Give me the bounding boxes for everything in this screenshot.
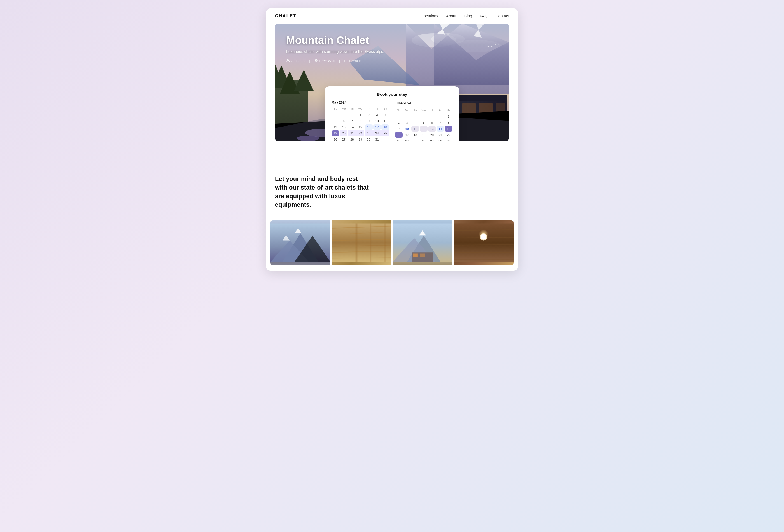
may-day-20[interactable]: 20 xyxy=(340,131,348,136)
june-empty xyxy=(395,114,403,119)
hero-subtitle: Luxurious chalet with stunning views int… xyxy=(286,49,384,54)
june-calendar: June 2024 › Su Mo Tu We Th Fr Sa xyxy=(395,101,452,141)
june-empty xyxy=(428,114,436,119)
hero-title: Mountain Chalet xyxy=(286,35,384,47)
may-day-25[interactable]: 25 xyxy=(381,131,389,136)
june-day-21[interactable]: 21 xyxy=(437,132,444,138)
svg-rect-42 xyxy=(356,224,358,262)
svg-point-60 xyxy=(481,234,487,240)
may-day-3[interactable]: 3 xyxy=(373,112,381,118)
photo-dark-wood-placeholder xyxy=(454,220,513,265)
june-day-28[interactable]: 28 xyxy=(437,138,444,141)
june-day-5[interactable]: 5 xyxy=(420,120,427,125)
svg-rect-50 xyxy=(413,254,418,257)
may-day-10[interactable]: 10 xyxy=(373,118,381,124)
may-day-27[interactable]: 27 xyxy=(340,137,348,141)
may-day-12[interactable]: 12 xyxy=(332,124,339,130)
may-day-6[interactable]: 6 xyxy=(340,118,348,124)
breakfast-text: Breakfast xyxy=(349,59,365,63)
june-grid: Su Mo Tu We Th Fr Sa xyxy=(395,108,452,141)
may-day-15[interactable]: 15 xyxy=(357,124,364,130)
june-dh-th: Th xyxy=(428,108,436,113)
may-day-2[interactable]: 2 xyxy=(365,112,373,118)
may-day-16[interactable]: 16 xyxy=(365,124,373,130)
june-day-10[interactable]: 10 xyxy=(403,126,411,132)
may-day-29[interactable]: 29 xyxy=(357,137,364,141)
june-dh-su: Su xyxy=(395,108,403,113)
may-header: May 2024 xyxy=(332,101,389,105)
june-day-19[interactable]: 19 xyxy=(420,132,427,138)
june-dh-we: We xyxy=(420,108,427,113)
june-day-16[interactable]: 16 xyxy=(395,132,403,138)
may-day-18[interactable]: 18 xyxy=(381,124,389,130)
may-day-9[interactable]: 9 xyxy=(365,118,373,124)
june-empty xyxy=(411,114,419,119)
nav-link-blog[interactable]: Blog xyxy=(464,14,472,18)
june-day-6[interactable]: 6 xyxy=(428,120,436,125)
may-day-14[interactable]: 14 xyxy=(348,124,356,130)
may-calendar: May 2024 Su Mo Tu We Th Fr Sa xyxy=(332,101,389,141)
may-day-7[interactable]: 7 xyxy=(348,118,356,124)
may-day-4[interactable]: 4 xyxy=(381,112,389,118)
may-day-8[interactable]: 8 xyxy=(357,118,364,124)
may-empty xyxy=(348,112,356,118)
may-day-31[interactable]: 31 xyxy=(373,137,381,141)
badge-wifi: Free Wi-fi xyxy=(314,59,335,63)
may-dh-we: We xyxy=(357,107,364,111)
june-day-27[interactable]: 27 xyxy=(428,138,436,141)
nav-link-contact[interactable]: Contact xyxy=(496,14,509,18)
photo-wood-placeholder xyxy=(332,220,391,265)
may-day-11[interactable]: 11 xyxy=(381,118,389,124)
may-day-23[interactable]: 23 xyxy=(365,131,373,136)
june-day-2[interactable]: 2 xyxy=(395,120,403,125)
nav-link-about[interactable]: About xyxy=(446,14,456,18)
logo[interactable]: CHALET xyxy=(275,13,297,19)
may-day-13[interactable]: 13 xyxy=(340,124,348,130)
nav-link-locations[interactable]: Locations xyxy=(421,14,438,18)
june-empty xyxy=(420,114,427,119)
june-dh-sa: Sa xyxy=(445,108,452,113)
june-day-15[interactable]: 15 xyxy=(445,126,452,132)
june-day-24[interactable]: 24 xyxy=(403,138,411,141)
svg-point-27 xyxy=(287,59,289,61)
june-day-20[interactable]: 20 xyxy=(428,132,436,138)
june-day-23[interactable]: 23 xyxy=(395,138,403,141)
june-day-7[interactable]: 7 xyxy=(437,120,444,125)
june-day-29[interactable]: 29 xyxy=(445,138,452,141)
may-day-19[interactable]: 19 xyxy=(332,131,339,136)
may-label: May 2024 xyxy=(332,101,346,105)
june-day-22[interactable]: 22 xyxy=(445,132,452,138)
next-month-button[interactable]: › xyxy=(449,101,452,106)
may-day-24[interactable]: 24 xyxy=(373,131,381,136)
june-day-11[interactable]: 11 xyxy=(411,126,419,132)
guests-text: 8 guests xyxy=(291,59,305,63)
breakfast-icon xyxy=(344,59,348,63)
nav-link-faq[interactable]: FAQ xyxy=(480,14,488,18)
may-dh-sa: Sa xyxy=(381,107,389,111)
may-day-28[interactable]: 28 xyxy=(348,137,356,141)
june-day-1[interactable]: 1 xyxy=(445,114,452,119)
may-day-17[interactable]: 17 xyxy=(373,124,381,130)
june-day-14[interactable]: 14 xyxy=(437,126,444,132)
june-day-3[interactable]: 3 xyxy=(403,120,411,125)
june-day-9[interactable]: 9 xyxy=(395,126,403,132)
june-day-8[interactable]: 8 xyxy=(445,120,452,125)
june-day-17[interactable]: 17 xyxy=(403,132,411,138)
svg-rect-52 xyxy=(454,224,513,262)
may-day-22[interactable]: 22 xyxy=(357,131,364,136)
june-day-26[interactable]: 26 xyxy=(420,138,427,141)
hero-wrapper: Mountain Chalet Luxurious chalet with st… xyxy=(266,24,518,141)
june-day-25[interactable]: 25 xyxy=(411,138,419,141)
june-day-4[interactable]: 4 xyxy=(411,120,419,125)
may-day-5[interactable]: 5 xyxy=(332,118,339,124)
june-day-13[interactable]: 13 xyxy=(428,126,436,132)
may-day-1[interactable]: 1 xyxy=(357,112,364,118)
may-day-26[interactable]: 26 xyxy=(332,137,339,141)
may-day-21[interactable]: 21 xyxy=(348,131,356,136)
june-day-12[interactable]: 12 xyxy=(420,126,427,132)
photo-mountain-view xyxy=(393,220,452,265)
june-empty xyxy=(437,114,444,119)
svg-point-28 xyxy=(316,62,316,62)
may-day-30[interactable]: 30 xyxy=(365,137,373,141)
june-day-18[interactable]: 18 xyxy=(411,132,419,138)
